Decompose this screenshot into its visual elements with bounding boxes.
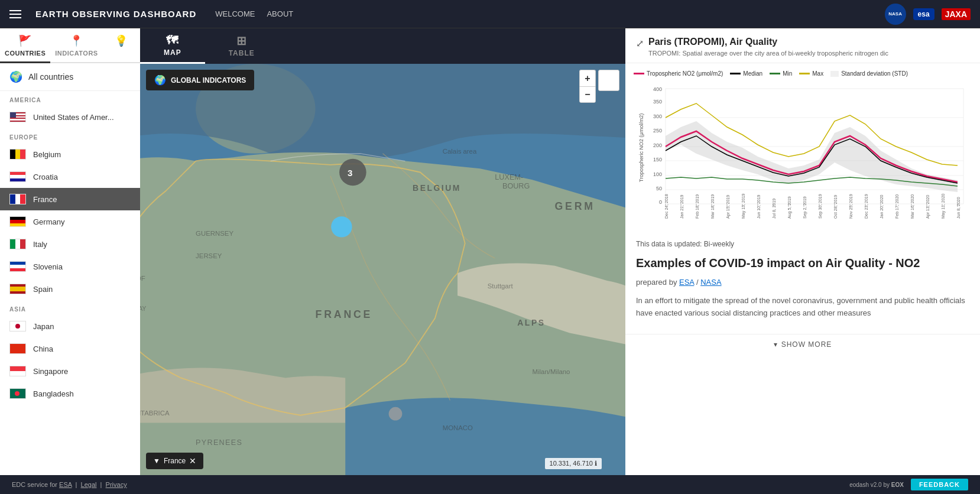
legend-no2: Tropospheric NO2 (μmol/m2) (634, 70, 723, 77)
nasa-link[interactable]: NASA (700, 278, 721, 287)
country-bangladesh[interactable]: Bangladesh (0, 382, 140, 405)
svg-text:400: 400 (653, 86, 662, 92)
esa-link[interactable]: ESA (679, 278, 694, 287)
svg-point-20 (331, 216, 352, 237)
all-countries-item[interactable]: 🌍 All countries (0, 63, 140, 91)
legend-max: Max (799, 70, 823, 77)
svg-point-21 (389, 407, 403, 421)
legend-std-color (830, 71, 839, 77)
zoom-in-button[interactable]: + (579, 70, 596, 86)
svg-text:100: 100 (653, 171, 662, 177)
region-europe: EUROPE (0, 128, 140, 143)
eodash-version: eodash v2.0 by EOX (849, 482, 904, 488)
svg-text:Calais area: Calais area (443, 148, 477, 155)
map-container[interactable]: BELGIUM LUXEM- BOURG Calais area GERM St… (140, 64, 625, 475)
privacy-link[interactable]: Privacy (106, 481, 127, 488)
svg-text:May 11, 2020: May 11, 2020 (941, 194, 946, 219)
zoom-out-button[interactable]: − (579, 86, 596, 103)
country-slovenia[interactable]: Slovenia (0, 255, 140, 278)
body-text: In an effort to mitigate the spread of t… (636, 295, 969, 320)
svg-text:Jun 10, 2019: Jun 10, 2019 (757, 195, 761, 219)
edc-text: EDC service for (12, 481, 59, 488)
bottom-bar: EDC service for ESA | Legal | Privacy eo… (0, 475, 980, 494)
country-spain[interactable]: Spain (0, 278, 140, 300)
svg-text:50: 50 (656, 186, 662, 191)
svg-text:Apr 15, 2019: Apr 15, 2019 (726, 195, 731, 219)
nav-about[interactable]: ABOUT (267, 9, 293, 18)
svg-text:OF: OF (140, 275, 145, 282)
show-more-button[interactable]: ▾ SHOW MORE (625, 334, 980, 355)
tab-map[interactable]: 🗺 MAP (140, 28, 205, 64)
feedback-button[interactable]: FEEDBACK (911, 479, 968, 490)
panel-header: ⤢ Paris (TROPOMI), Air Quality TROPOMI: … (625, 28, 980, 63)
country-italy[interactable]: Italy (0, 233, 140, 255)
esa-bottom-link[interactable]: ESA (59, 481, 72, 488)
esa-logo: esa (913, 8, 934, 20)
svg-text:Stuttgart: Stuttgart (488, 282, 514, 290)
nav-welcome[interactable]: WELCOME (215, 9, 255, 18)
svg-text:NTABRICA: NTABRICA (140, 410, 170, 417)
legal-link[interactable]: Legal (81, 481, 97, 488)
panel-title-block: Paris (TROPOMI), Air Quality TROPOMI: Sp… (648, 37, 969, 58)
svg-text:Dec 23, 2019: Dec 23, 2019 (864, 194, 868, 219)
svg-text:200: 200 (653, 142, 662, 148)
panel-title: Paris (TROPOMI), Air Quality (648, 37, 969, 47)
hamburger-menu[interactable] (9, 10, 21, 18)
country-belgium[interactable]: Belgium (0, 143, 140, 165)
tab-indicators[interactable]: 📍 INDICATORS (50, 28, 102, 63)
country-usa[interactable]: United States of Amer... (0, 106, 140, 128)
svg-text:Sep 2, 2019: Sep 2, 2019 (803, 197, 807, 219)
tab-indicators-label: INDICATORS (55, 50, 98, 57)
country-croatia[interactable]: Croatia (0, 165, 140, 188)
svg-text:BELGIUM: BELGIUM (413, 183, 461, 193)
legend-median-color (730, 73, 741, 74)
country-germany[interactable]: Germany (0, 210, 140, 233)
prepared-by: prepared by ESA / NASA (636, 278, 969, 287)
flag-japan (9, 321, 26, 332)
country-italy-label: Italy (33, 240, 47, 249)
country-china[interactable]: China (0, 337, 140, 360)
country-germany-label: Germany (33, 217, 64, 226)
bottom-right: eodash v2.0 by EOX FEEDBACK (849, 479, 968, 490)
global-indicators-button[interactable]: 🌍 GLOBAL INDICATORS (146, 70, 254, 90)
country-france-label: France (33, 195, 57, 204)
legend-std-label: Standard deviation (STD) (841, 70, 908, 77)
flag-france (9, 194, 26, 204)
country-france[interactable]: France (0, 188, 140, 210)
layers-button[interactable]: ◈ (598, 70, 619, 91)
map-table-tabs: 🗺 MAP ⊞ TABLE (140, 28, 625, 64)
flag-slovenia (9, 261, 26, 272)
all-countries-label: All countries (28, 72, 73, 82)
svg-text:BISCAY: BISCAY (140, 306, 147, 312)
table-tab-label: TABLE (229, 49, 255, 57)
filter-remove-button[interactable]: ✕ (189, 456, 196, 466)
country-list: AMERICA United States of Amer... EUROPE … (0, 91, 140, 475)
country-singapore[interactable]: Singapore (0, 360, 140, 382)
svg-text:PYRENEES: PYRENEES (196, 438, 242, 447)
zoom-controls: + − (579, 70, 596, 103)
nasa-logo: NASA (885, 4, 906, 25)
flag-croatia (9, 171, 26, 182)
map-coordinates: 10.331, 46.710 ℹ (545, 458, 602, 469)
table-tab-icon: ⊞ (236, 34, 247, 48)
main-layout: 🚩 COUNTRIES 📍 INDICATORS 💡 🌍 All countri… (0, 28, 980, 475)
tab-countries[interactable]: 🚩 COUNTRIES (0, 28, 50, 63)
tab-table[interactable]: ⊞ TABLE (205, 28, 278, 64)
coordinates-value: 10.331, 46.710 (550, 460, 593, 467)
chart-area: Tropospheric NO2 (μmol/m2) Median Min Ma… (625, 63, 980, 232)
svg-text:300: 300 (653, 113, 662, 119)
svg-text:0: 0 (659, 199, 662, 205)
svg-text:GUERNSEY: GUERNSEY (196, 230, 233, 237)
expand-icon[interactable]: ⤢ (636, 38, 644, 49)
country-japan[interactable]: Japan (0, 315, 140, 337)
layers-icon: ◈ (605, 74, 613, 87)
tab-light[interactable]: 💡 (103, 28, 140, 63)
country-croatia-label: Croatia (33, 173, 58, 181)
svg-text:150: 150 (653, 157, 662, 162)
map-filter-badge[interactable]: ▼ France ✕ (146, 453, 203, 469)
country-china-label: China (33, 344, 53, 353)
filter-icon: ▼ (153, 457, 160, 465)
countries-tab-icon: 🚩 (18, 34, 32, 47)
country-slovenia-label: Slovenia (33, 262, 63, 271)
chart-svg-container: 0 50 100 150 200 250 300 350 400 Troposp… (634, 83, 972, 225)
